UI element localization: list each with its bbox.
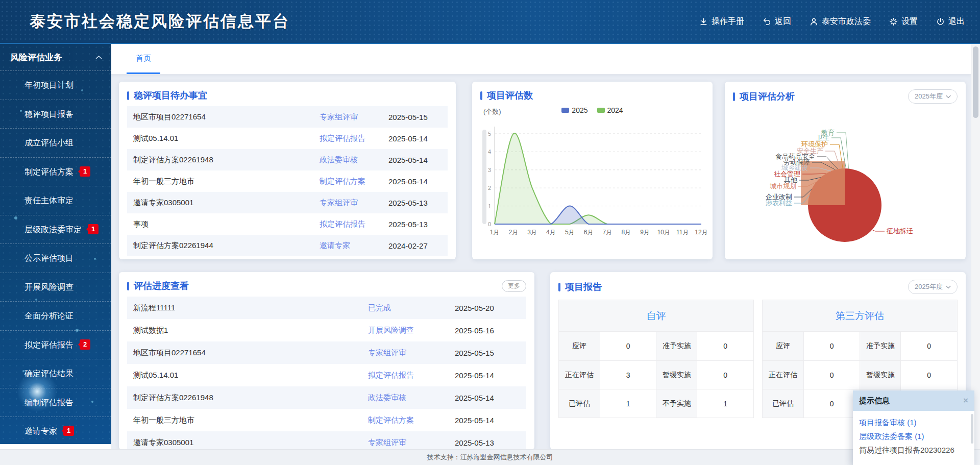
sidebar-item-label: 稳评项目报备 [24,110,74,118]
header-menu-item[interactable]: 退出 [936,16,965,27]
svg-text:5: 5 [488,131,491,137]
header-menu-item[interactable]: 泰安市政法委 [810,16,871,27]
legend-marker [597,108,605,113]
user-icon [810,17,818,26]
table-row: 地区市项目02271654 专家组评审 2025-05-15 [127,106,448,128]
header-menu-label: 操作手册 [712,16,744,27]
close-icon[interactable]: × [963,396,968,406]
flow-step-link[interactable]: 专家组评审 [368,348,455,358]
sidebar-item-label: 制定评估方案 [24,167,74,176]
scrollbar-thumb[interactable] [973,46,978,118]
flow-step-link[interactable]: 专家组评审 [368,438,455,448]
sidebar-item-label: 开展风险调查 [24,283,74,291]
flow-step-link[interactable]: 邀请专家 [320,241,388,251]
sidebar-item[interactable]: 拟定评估报告2 [0,330,111,359]
card-header: 项目报告 2025年度 [550,272,966,299]
toast-header: 提示信息 × [853,390,974,411]
sidebar-item[interactable]: 责任主体审定 [0,186,111,215]
header-menu-item[interactable]: 操作手册 [699,16,744,27]
flow-step-link[interactable]: 政法委审核 [320,155,388,165]
sidebar-item[interactable]: 成立评估小组 [0,128,111,157]
report-cell-label: 正在评估 [763,360,803,389]
sidebar-menu: 年初项目计划稳评项目报备成立评估小组制定评估方案1责任主体审定层级政法委审定1公… [0,70,111,444]
card-title: 项目评估分析 [740,90,795,103]
pie-leader-line [872,230,885,231]
flow-step-link[interactable]: 拟定评估报告 [368,371,455,380]
report-table-title: 自评 [559,300,753,332]
row-date: 2025-05-13 [388,220,442,229]
flow-step-link[interactable]: 开展风险调查 [368,326,455,335]
header-menu-item[interactable]: 返回 [763,16,791,27]
svg-text:9月: 9月 [640,229,650,236]
y-slider-decor [482,130,486,224]
pie-label: 征地拆迁 [886,227,913,235]
sidebar-item[interactable]: 稳评项目报备 [0,100,111,129]
project-name: 事项 [133,219,320,229]
row-date: 2025-05-14 [455,394,520,402]
project-name: 年初一般三方地市 [133,177,320,186]
project-name: 地区市项目02271654 [133,112,320,122]
table-row: 制定评估方案02261948 政法委审核 2025-05-14 [127,386,526,409]
gear-icon [889,17,898,26]
report-table-grid: 应评0准予实施0正在评估3暂缓实施0已评估1不予实施1 [559,332,753,418]
sidebar-item[interactable]: 全面分析论证 [0,301,111,330]
report-cell-label: 正在评估 [559,360,600,389]
header-menu-item[interactable]: 设置 [889,16,918,27]
report-cell-label: 已评估 [559,389,600,418]
card-title: 项目评估数 [487,89,533,102]
sidebar-item-label: 责任主体审定 [24,196,74,205]
legend-item[interactable]: 2025 [561,106,587,114]
toast-link[interactable]: 项目报备审核 (1) [859,415,968,429]
sidebar-section-label: 风险评估业务 [10,52,62,63]
report-cell-value: 0 [697,332,753,360]
sidebar-item[interactable]: 层级政法委审定1 [0,215,111,244]
year-select-dropdown[interactable]: 2025年度 [908,89,958,104]
pie-label: 城市规划 [770,182,796,190]
card-header: 稳评项目待办事宜 [119,82,456,106]
row-date: 2024-02-27 [388,241,442,250]
sidebar-item[interactable]: 制定评估方案1 [0,157,111,186]
row-date: 2025-05-14 [455,416,520,425]
sidebar-item-label: 全面分析论证 [24,311,74,320]
assessment-analysis-pie-chart: 教育卫生环境保护安全生产食品药品安全劳动保障城乡建设社会管理其他城市规划企业改制… [725,108,966,259]
flow-step-link[interactable]: 专家组评审 [320,112,388,122]
flow-step-link[interactable]: 专家组评审 [320,198,388,208]
flow-step-link[interactable]: 拟定评估报告 [320,134,388,143]
table-row: 事项 拟定评估报告 2025-05-13 [127,213,448,235]
flow-step-link[interactable]: 拟定评估报告 [320,219,388,229]
sidebar-section-header[interactable]: 风险评估业务 [0,44,111,70]
flow-step-link[interactable]: 已完成 [368,303,455,313]
table-row: 制定评估方案02261944 邀请专家 2024-02-27 [127,235,448,256]
report-cell-value: 0 [900,360,957,389]
year-select-dropdown[interactable]: 2025年度 [908,280,958,294]
toast-link[interactable]: 层级政法委备案 (1) [859,429,968,443]
sidebar-item[interactable]: 开展风险调查 [0,273,111,302]
toast-scrollbar[interactable] [971,414,973,444]
flow-step-link[interactable]: 政法委审核 [368,393,455,403]
sidebar-item[interactable]: 公示评估项目 [0,243,111,273]
project-name: 制定评估方案02261944 [133,241,320,251]
svg-text:2月: 2月 [508,229,518,236]
project-name: 邀请专家0305001 [133,198,320,208]
project-name: 邀请专家0305001 [133,438,368,448]
sidebar-item[interactable]: 编制评估报告 [0,388,111,417]
page-scrollbar[interactable] [971,44,980,449]
flow-step-link[interactable]: 制定评估方案 [320,177,388,186]
legend-item[interactable]: 2024 [597,106,623,114]
more-button[interactable]: 更多 [502,280,526,292]
return-icon [763,17,771,26]
tab-home[interactable]: 首页 [127,44,160,74]
sidebar-item[interactable]: 邀请专家1 [0,417,111,444]
sidebar-item-label: 邀请专家 [24,427,57,435]
card-progress-view: 评估进度查看 更多 新流程11111 已完成 2025-05-20 测试数据1 … [119,272,534,449]
sidebar-item[interactable]: 年初项目计划 [0,70,111,100]
flow-step-link[interactable]: 制定评估方案 [368,415,455,425]
header-menu-label: 设置 [901,16,918,27]
title-bar-decor [480,91,482,100]
report-cell-label: 应评 [559,332,600,360]
header-menu-label: 泰安市政法委 [822,16,871,27]
sidebar-item[interactable]: 确定评估结果 [0,359,111,388]
table-row: 测试05.14.01 拟定评估报告 2025-05-14 [127,364,526,386]
sidebar-item-label: 层级政法委审定 [24,225,82,234]
sidebar-item-badge: 1 [63,426,74,436]
